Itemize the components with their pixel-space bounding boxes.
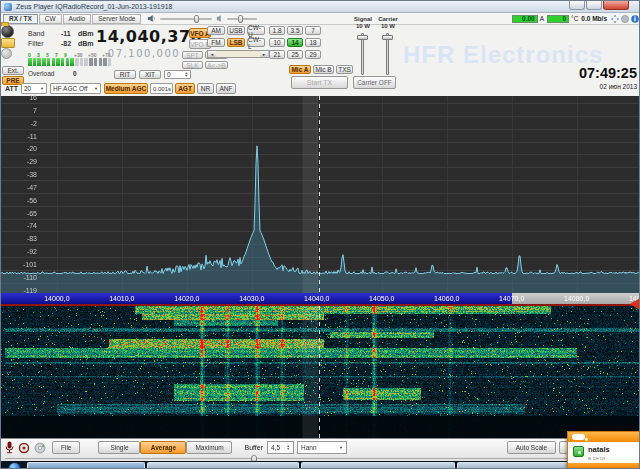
popup-body[interactable]: natals в сети — [568, 442, 640, 463]
band-button-1-8[interactable]: 1.8 — [269, 26, 285, 35]
minimize-button[interactable] — [569, 1, 585, 10]
volume-slider-thumb[interactable] — [194, 15, 199, 23]
close-button[interactable] — [603, 1, 629, 10]
carrier-power-slider-thumb[interactable] — [382, 35, 393, 40]
taskbar-item[interactable] — [147, 462, 299, 469]
spectrum-toolbar: File Single Average Maximum Buffer 4,5 ▲… — [1, 438, 640, 461]
mic-a-button[interactable]: Mic A — [289, 65, 311, 74]
att-select[interactable]: 20▼ — [21, 83, 47, 94]
spinner-arrows-icon[interactable]: ▲▼ — [185, 72, 188, 78]
tab-server-mode[interactable]: Server Mode — [92, 14, 141, 24]
band-button-14[interactable]: 14 — [287, 38, 303, 47]
mode-button-usb[interactable]: USB — [227, 26, 245, 35]
xit-button[interactable]: XIT — [139, 70, 161, 79]
nr-button[interactable]: NR — [197, 83, 214, 94]
buffer-stepper[interactable]: 4,5 ▲▼ — [267, 441, 294, 454]
waterfall-canvas[interactable] — [1, 306, 640, 438]
agt-button[interactable]: AGT — [175, 83, 195, 94]
band-button-21[interactable]: 21 — [269, 50, 285, 59]
open-recording-icon[interactable] — [1, 38, 15, 48]
auto-scale-button[interactable]: Auto Scale — [507, 441, 556, 454]
att-label: ATT — [5, 85, 18, 92]
record-button[interactable] — [1, 48, 12, 59]
average-button[interactable]: Average — [140, 441, 186, 454]
carrier-off-button[interactable]: Carrier OFF — [353, 76, 396, 89]
mic-icon[interactable] — [5, 441, 14, 454]
frequency-scale[interactable]: 14000,014010,014020,014030,014040,014050… — [1, 293, 640, 304]
mic-b-button[interactable]: Mic B — [313, 65, 334, 74]
settings-icon[interactable] — [34, 442, 46, 454]
agc-preset-button[interactable]: Medium AGC — [104, 83, 148, 94]
smeter-segment — [56, 58, 60, 66]
zoom-slider[interactable] — [5, 458, 637, 459]
tab-cw[interactable]: CW — [39, 14, 62, 24]
signal-power-slider-thumb[interactable] — [357, 35, 368, 40]
band-button-25[interactable]: 25 — [287, 50, 303, 59]
spectrum-canvas[interactable] — [1, 96, 640, 293]
band-unit: dBm — [78, 30, 94, 37]
ext-button[interactable]: Ext. — [2, 66, 24, 75]
band-button-10[interactable]: 10 — [269, 38, 285, 47]
smeter-segment — [61, 58, 65, 66]
messenger-popup[interactable]: natals в сети — [567, 431, 640, 468]
scroll-track[interactable] — [216, 51, 260, 57]
taskbar-item[interactable] — [301, 462, 455, 469]
rit-button[interactable]: RIT — [114, 70, 136, 79]
monitor-icon[interactable] — [18, 442, 30, 454]
tab-audio[interactable]: Audio — [63, 14, 92, 24]
mode-button-cw-l[interactable]: CW-L — [247, 38, 265, 47]
agc-mode-select[interactable]: HF AGC Off▼ — [50, 83, 101, 94]
smeter-segment — [70, 58, 74, 66]
resize-arrows-icon[interactable] — [611, 15, 619, 23]
anf-button[interactable]: ANF — [216, 83, 236, 94]
freq-tick-label: 14040,0 — [297, 295, 337, 302]
spinner-arrows-icon[interactable]: ▲▼ — [287, 445, 290, 451]
start-button[interactable] — [8, 462, 21, 469]
file-button[interactable]: File — [52, 441, 80, 454]
smeter-segment — [75, 58, 79, 66]
overload-value: 0 — [73, 70, 77, 77]
start-tx-button[interactable]: Start TX — [291, 76, 348, 89]
zeus-player-window: Zeus Player IQRadioRecord_01-Jun-2013-19… — [0, 0, 640, 469]
speaker-icon — [147, 14, 156, 23]
scroll-right-icon[interactable]: ► — [260, 51, 268, 57]
single-button[interactable]: Single — [98, 441, 140, 454]
mic-level-slider-thumb[interactable] — [238, 15, 243, 23]
bitrate-label: 0.0 Mb/s — [581, 15, 607, 22]
taskbar-item[interactable] — [27, 462, 145, 469]
contact-name: natals — [588, 445, 610, 454]
a-swap-b-button[interactable]: A<->B — [205, 61, 228, 69]
band-button-18[interactable]: 18 — [305, 38, 321, 47]
waterfall-display — [1, 306, 640, 438]
titlebar[interactable]: Zeus Player IQRadioRecord_01-Jun-2013-19… — [1, 1, 640, 13]
smeter-segment — [94, 58, 98, 66]
dropdown-arrow-icon: ▼ — [339, 445, 343, 450]
temperature-unit-label: °C — [571, 15, 578, 22]
agc-time-field[interactable]: 0.001s — [150, 83, 173, 94]
main-frequency-display[interactable]: 14,040,370 — [96, 27, 192, 46]
band-button-7[interactable]: 7 — [305, 26, 321, 35]
maximize-button[interactable] — [586, 1, 602, 10]
spt-button[interactable]: SPT — [182, 51, 203, 59]
maximum-button[interactable]: Maximum — [186, 441, 232, 454]
mode-button-fm[interactable]: FM — [207, 38, 225, 47]
mic-level-slider[interactable] — [227, 18, 257, 20]
power-knob-icon[interactable] — [1, 25, 14, 38]
band-button-29[interactable]: 29 — [305, 50, 321, 59]
rit-offset-stepper[interactable]: 0 ▲▼ — [164, 70, 191, 79]
window-function-select[interactable]: Hann▼ — [297, 441, 347, 454]
txs-button[interactable]: TXS — [336, 65, 353, 74]
mode-button-am[interactable]: AM — [207, 26, 225, 35]
mode-button-cw-u[interactable]: CW-U — [247, 26, 265, 35]
window-controls — [569, 1, 629, 10]
popup-header[interactable] — [568, 432, 640, 442]
mode-button-lsb[interactable]: LSB — [227, 38, 245, 47]
info-icon[interactable] — [631, 15, 639, 23]
freq-tick-label: 14060,0 — [427, 295, 467, 302]
band-button-3-5[interactable]: 3.5 — [287, 26, 303, 35]
scroll-left-icon[interactable]: ◄ — [208, 51, 216, 57]
slk-button[interactable]: SLK — [182, 61, 203, 69]
sub-frequency-display[interactable]: 07,100,000 — [99, 48, 189, 59]
volume-slider[interactable] — [160, 18, 212, 20]
carrier-power-value: 10 W — [375, 23, 401, 29]
